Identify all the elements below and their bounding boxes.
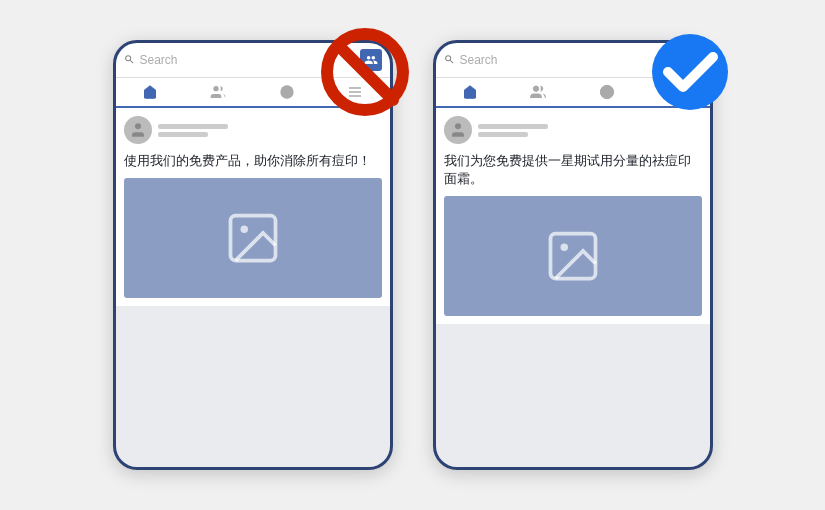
right-search-icon: [444, 53, 454, 67]
right-search-text: Search: [460, 53, 674, 67]
svg-point-23: [560, 244, 568, 252]
svg-point-2: [214, 86, 219, 91]
svg-line-1: [130, 60, 133, 63]
bad-overlay: [318, 25, 413, 120]
left-name-line-2: [158, 132, 208, 137]
svg-point-21: [455, 123, 461, 129]
right-nav-friends: [504, 78, 573, 106]
right-post-text: 我们为您免费提供一星期试用分量的祛痘印面霜。: [444, 152, 702, 188]
svg-point-10: [240, 226, 248, 234]
right-post: 我们为您免费提供一星期试用分量的祛痘印面霜。: [436, 108, 710, 324]
right-post-image: [444, 196, 702, 316]
left-avatar: [124, 116, 152, 144]
left-nav-globe: [253, 78, 322, 106]
left-post-image: [124, 178, 382, 298]
left-post-name-lines: [158, 124, 228, 137]
svg-line-12: [338, 45, 393, 100]
right-phone-wrapper: Search: [433, 40, 713, 470]
right-name-line-1: [478, 124, 548, 129]
right-feed: 我们为您免费提供一星期试用分量的祛痘印面霜。: [436, 108, 710, 467]
svg-line-14: [450, 60, 453, 63]
main-container: Search: [0, 0, 825, 510]
right-avatar: [444, 116, 472, 144]
left-post-header: [124, 116, 382, 144]
left-feed: 使用我们的免费产品，助你消除所有痘印！: [116, 108, 390, 467]
right-nav-home: [436, 78, 505, 108]
left-nav-home: [116, 78, 185, 108]
right-name-line-2: [478, 132, 528, 137]
right-nav-globe: [573, 78, 642, 106]
left-phone-wrapper: Search: [113, 40, 393, 470]
left-post: 使用我们的免费产品，助你消除所有痘印！: [116, 108, 390, 306]
left-post-text: 使用我们的免费产品，助你消除所有痘印！: [124, 152, 382, 170]
left-nav-friends: [184, 78, 253, 106]
left-search-icon: [124, 53, 134, 67]
svg-point-0: [125, 56, 130, 61]
svg-point-13: [445, 56, 450, 61]
right-post-header: [444, 116, 702, 144]
svg-point-8: [135, 123, 141, 129]
svg-point-15: [534, 86, 539, 91]
right-post-name-lines: [478, 124, 548, 137]
left-name-line-1: [158, 124, 228, 129]
good-overlay: [643, 25, 738, 120]
